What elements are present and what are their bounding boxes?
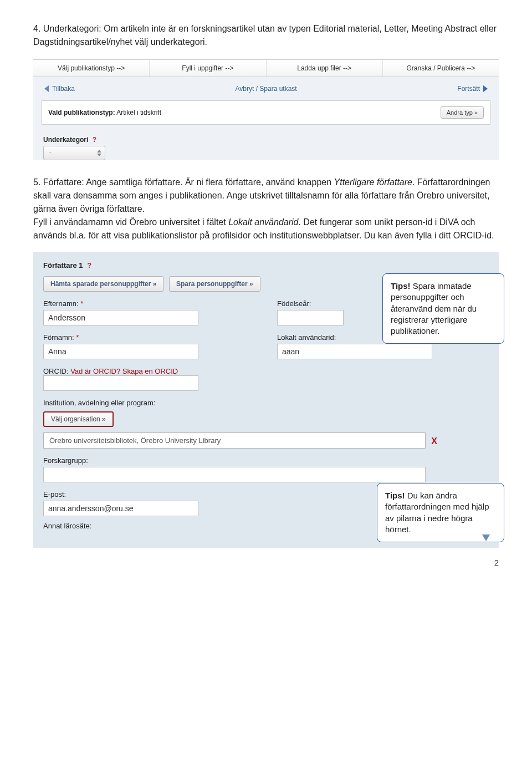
back-button[interactable]: Tillbaka: [44, 85, 75, 93]
firstname-label-text: Förnamn:: [43, 333, 74, 342]
author-panel: Författare 1 ? Hämta sparade personuppgi…: [33, 252, 499, 548]
step-2[interactable]: Fyll i uppgifter -->: [150, 60, 266, 77]
chosen-type-box: Vald publikationstyp: Artikel i tidskrif…: [41, 100, 491, 125]
chosen-type-label: Vald publikationstyp:: [48, 109, 115, 116]
org-value-box: Örebro universitetsbibliotek, Örebro Uni…: [43, 432, 426, 449]
step-4[interactable]: Granska / Publicera -->: [383, 60, 499, 77]
subcategory-label: Underkategori: [43, 136, 88, 144]
tip-box-2: Tips! Du kan ändra författarordningen me…: [377, 483, 504, 542]
section-5-number: 5.: [33, 177, 40, 187]
section-5-p2a: Fyll i användarnamn vid Örebro universit…: [33, 217, 228, 227]
help-icon[interactable]: ?: [87, 261, 91, 269]
change-type-button[interactable]: Ändra typ »: [441, 106, 484, 119]
section-4: 4. Underkategori: Om artikeln inte är en…: [33, 22, 499, 49]
section-5-p2b: Lokalt användarid: [228, 217, 298, 227]
tip2-bold: Tips!: [385, 491, 405, 500]
tip-box-1: Tips! Spara inmatade personuppgifter och…: [382, 273, 504, 344]
arrow-right-icon: [483, 85, 488, 92]
section-4-title: Underkategori:: [43, 24, 101, 33]
org-value: Örebro universitetsbibliotek, Örebro Uni…: [49, 436, 221, 445]
section-5: 5. Författare: Ange samtliga författare.…: [33, 176, 499, 242]
nav-row: Tillbaka Avbryt / Spara utkast Fortsätt: [33, 77, 499, 100]
back-label: Tillbaka: [52, 85, 75, 93]
section-4-number: 4.: [33, 24, 40, 33]
email-input[interactable]: [43, 501, 198, 516]
author-header-text: Författare 1: [43, 261, 83, 269]
orcid-help-link[interactable]: Vad är ORCID? Skapa en ORCID: [70, 367, 178, 375]
page-number: 2: [33, 558, 499, 567]
researchgroup-input[interactable]: [43, 467, 426, 482]
chosen-type-value: Artikel i tidskrift: [116, 109, 161, 116]
reorder-down-icon[interactable]: [482, 534, 490, 541]
step-bar: Välj publikationstyp --> Fyll i uppgifte…: [33, 60, 499, 77]
firstname-input[interactable]: [43, 344, 198, 359]
cancel-label: Avbryt / Spara utkast: [236, 85, 297, 93]
save-person-button[interactable]: Spara personuppgifter »: [169, 276, 260, 292]
lastname-input[interactable]: [43, 310, 198, 325]
wizard-panel: Välj publikationstyp --> Fyll i uppgifte…: [33, 59, 499, 160]
lastname-label-text: Efternamn:: [43, 299, 79, 308]
subcategory-label-row: Underkategori ?: [33, 133, 499, 146]
tip1-bold: Tips!: [391, 281, 411, 291]
continue-label: Fortsätt: [457, 85, 480, 93]
step-3[interactable]: Ladda upp filer -->: [267, 60, 383, 77]
step-1[interactable]: Välj publikationstyp -->: [33, 60, 150, 77]
subcategory-selected: -: [49, 148, 52, 155]
arrow-left-icon: [44, 85, 49, 92]
choose-org-button[interactable]: Välj organisation »: [43, 411, 114, 427]
load-person-button[interactable]: Hämta sparade personuppgifter »: [43, 276, 163, 292]
firstname-label: Förnamn: *: [43, 333, 255, 342]
orcid-input[interactable]: [43, 375, 198, 391]
cancel-save-button[interactable]: Avbryt / Spara utkast: [236, 85, 297, 93]
localid-input[interactable]: [277, 344, 432, 359]
birthyear-input[interactable]: [277, 310, 344, 325]
orcid-label: ORCID:: [43, 367, 69, 375]
section-4-body: Om artikeln inte är en forskningsartikel…: [33, 24, 497, 47]
section-5-title: Författare:: [43, 177, 84, 187]
institution-label: Institution, avdelning eller program:: [43, 399, 489, 407]
section-5-p1a: Ange samtliga författare. Är ni flera fö…: [86, 177, 334, 187]
subcategory-select[interactable]: -: [43, 146, 105, 160]
help-icon[interactable]: ?: [93, 136, 96, 144]
author-header: Författare 1 ?: [43, 261, 489, 269]
remove-org-icon[interactable]: X: [431, 436, 437, 446]
continue-button[interactable]: Fortsätt: [457, 85, 488, 93]
lastname-label: Efternamn: *: [43, 299, 255, 308]
section-5-p1b: Ytterligare författare: [334, 177, 412, 187]
researchgroup-label: Forskargrupp:: [43, 456, 489, 465]
